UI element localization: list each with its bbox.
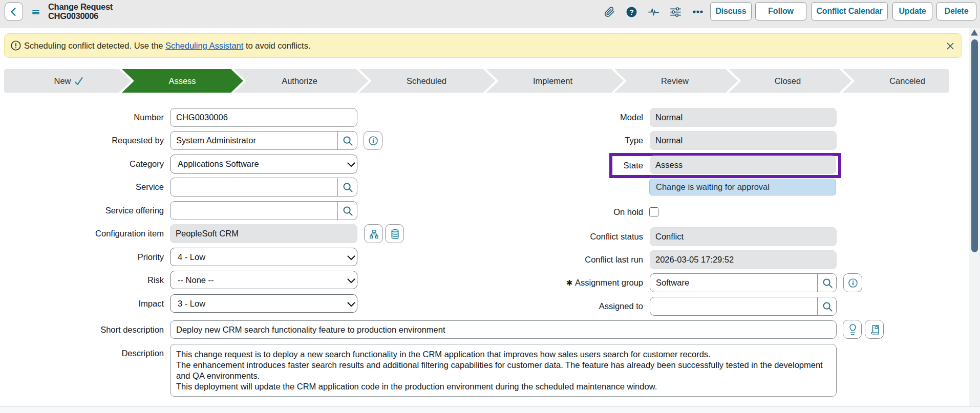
svg-text:New: New bbox=[54, 76, 71, 85]
svg-text:Implement: Implement bbox=[533, 76, 572, 85]
svg-text:Scheduled: Scheduled bbox=[407, 76, 446, 85]
svg-text:Authorize: Authorize bbox=[282, 76, 317, 85]
svg-text:Assess: Assess bbox=[168, 76, 196, 85]
svg-text:?: ? bbox=[629, 8, 634, 16]
svg-text:Closed: Closed bbox=[775, 76, 801, 85]
svg-text:Review: Review bbox=[661, 76, 689, 85]
svg-text:Canceled: Canceled bbox=[889, 76, 925, 85]
